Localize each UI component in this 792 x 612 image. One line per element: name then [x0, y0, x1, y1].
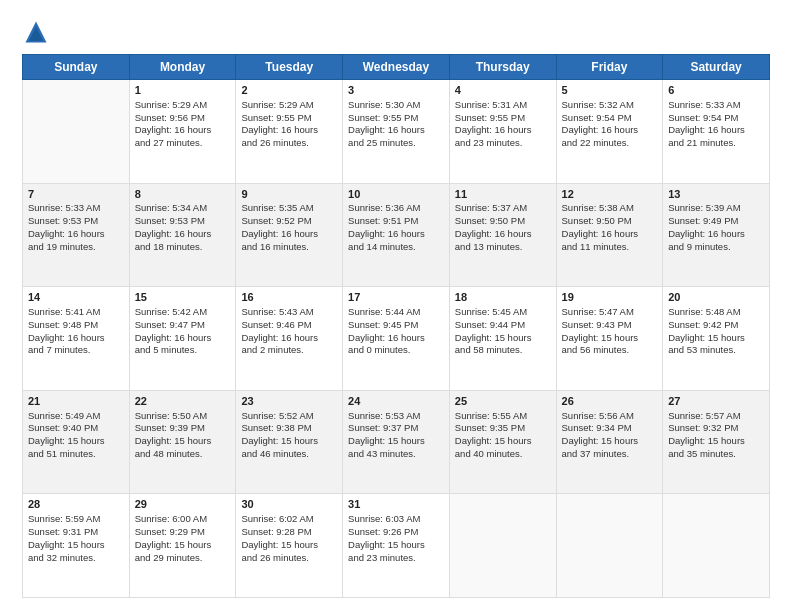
calendar-cell: 21Sunrise: 5:49 AMSunset: 9:40 PMDayligh… [23, 390, 130, 494]
day-info-line: and 37 minutes. [562, 448, 658, 461]
calendar-cell: 29Sunrise: 6:00 AMSunset: 9:29 PMDayligh… [129, 494, 236, 598]
day-info-line: and 16 minutes. [241, 241, 337, 254]
calendar-cell: 30Sunrise: 6:02 AMSunset: 9:28 PMDayligh… [236, 494, 343, 598]
day-info-line: Sunset: 9:39 PM [135, 422, 231, 435]
day-info-line: and 18 minutes. [135, 241, 231, 254]
day-info-line: Daylight: 15 hours [668, 332, 764, 345]
logo-icon [22, 18, 50, 46]
day-info-line: Sunset: 9:43 PM [562, 319, 658, 332]
day-info-line: Daylight: 16 hours [348, 124, 444, 137]
day-info-line: Sunrise: 6:00 AM [135, 513, 231, 526]
day-info-line: Daylight: 15 hours [28, 435, 124, 448]
calendar-cell: 22Sunrise: 5:50 AMSunset: 9:39 PMDayligh… [129, 390, 236, 494]
day-info-line: Sunrise: 5:44 AM [348, 306, 444, 319]
day-info-line: and 56 minutes. [562, 344, 658, 357]
day-info-line: Daylight: 15 hours [135, 435, 231, 448]
day-number: 4 [455, 83, 551, 98]
day-info-line: Sunset: 9:26 PM [348, 526, 444, 539]
day-info-line: Daylight: 16 hours [241, 124, 337, 137]
day-info-line: and 19 minutes. [28, 241, 124, 254]
day-info-line: Sunset: 9:48 PM [28, 319, 124, 332]
day-info-line: Sunrise: 5:31 AM [455, 99, 551, 112]
day-info-line: Daylight: 15 hours [28, 539, 124, 552]
day-number: 5 [562, 83, 658, 98]
day-info-line: Sunrise: 5:50 AM [135, 410, 231, 423]
day-number: 16 [241, 290, 337, 305]
calendar-cell: 23Sunrise: 5:52 AMSunset: 9:38 PMDayligh… [236, 390, 343, 494]
day-info-line: Sunset: 9:32 PM [668, 422, 764, 435]
day-info-line: Sunset: 9:50 PM [455, 215, 551, 228]
calendar-cell [556, 494, 663, 598]
calendar-cell: 10Sunrise: 5:36 AMSunset: 9:51 PMDayligh… [343, 183, 450, 287]
calendar-cell [449, 494, 556, 598]
header-row: SundayMondayTuesdayWednesdayThursdayFrid… [23, 55, 770, 80]
calendar-cell: 27Sunrise: 5:57 AMSunset: 9:32 PMDayligh… [663, 390, 770, 494]
day-info-line: and 21 minutes. [668, 137, 764, 150]
day-info-line: Sunset: 9:34 PM [562, 422, 658, 435]
day-info-line: Sunrise: 5:34 AM [135, 202, 231, 215]
day-info-line: and 53 minutes. [668, 344, 764, 357]
day-info-line: Daylight: 15 hours [668, 435, 764, 448]
day-info-line: Daylight: 15 hours [348, 435, 444, 448]
day-info-line: Sunset: 9:52 PM [241, 215, 337, 228]
day-info-line: Daylight: 15 hours [348, 539, 444, 552]
day-info-line: Sunrise: 5:35 AM [241, 202, 337, 215]
day-info-line: Daylight: 16 hours [668, 228, 764, 241]
calendar-cell: 8Sunrise: 5:34 AMSunset: 9:53 PMDaylight… [129, 183, 236, 287]
day-info-line: and 58 minutes. [455, 344, 551, 357]
calendar-row: 28Sunrise: 5:59 AMSunset: 9:31 PMDayligh… [23, 494, 770, 598]
day-info-line: and 2 minutes. [241, 344, 337, 357]
day-number: 6 [668, 83, 764, 98]
day-info-line: and 51 minutes. [28, 448, 124, 461]
calendar-cell: 11Sunrise: 5:37 AMSunset: 9:50 PMDayligh… [449, 183, 556, 287]
calendar-cell: 28Sunrise: 5:59 AMSunset: 9:31 PMDayligh… [23, 494, 130, 598]
day-info-line: and 25 minutes. [348, 137, 444, 150]
day-info-line: Sunset: 9:53 PM [135, 215, 231, 228]
day-number: 27 [668, 394, 764, 409]
calendar-cell: 7Sunrise: 5:33 AMSunset: 9:53 PMDaylight… [23, 183, 130, 287]
weekday-header: Friday [556, 55, 663, 80]
day-info-line: Sunrise: 5:29 AM [241, 99, 337, 112]
day-number: 25 [455, 394, 551, 409]
calendar-cell: 3Sunrise: 5:30 AMSunset: 9:55 PMDaylight… [343, 80, 450, 184]
calendar-cell: 9Sunrise: 5:35 AMSunset: 9:52 PMDaylight… [236, 183, 343, 287]
day-info-line: and 13 minutes. [455, 241, 551, 254]
calendar-row: 7Sunrise: 5:33 AMSunset: 9:53 PMDaylight… [23, 183, 770, 287]
day-number: 15 [135, 290, 231, 305]
day-info-line: Sunrise: 5:45 AM [455, 306, 551, 319]
day-number: 7 [28, 187, 124, 202]
day-info-line: Sunset: 9:45 PM [348, 319, 444, 332]
day-info-line: Daylight: 16 hours [348, 228, 444, 241]
day-info-line: and 5 minutes. [135, 344, 231, 357]
day-info-line: Daylight: 15 hours [562, 332, 658, 345]
calendar-cell: 6Sunrise: 5:33 AMSunset: 9:54 PMDaylight… [663, 80, 770, 184]
day-info-line: and 11 minutes. [562, 241, 658, 254]
day-info-line: Sunrise: 5:48 AM [668, 306, 764, 319]
day-info-line: Daylight: 16 hours [241, 228, 337, 241]
day-info-line: and 43 minutes. [348, 448, 444, 461]
weekday-header: Wednesday [343, 55, 450, 80]
day-number: 23 [241, 394, 337, 409]
day-info-line: Sunset: 9:55 PM [455, 112, 551, 125]
day-info-line: Sunrise: 5:30 AM [348, 99, 444, 112]
day-number: 18 [455, 290, 551, 305]
calendar-cell: 19Sunrise: 5:47 AMSunset: 9:43 PMDayligh… [556, 287, 663, 391]
weekday-header: Saturday [663, 55, 770, 80]
day-info-line: Sunrise: 6:03 AM [348, 513, 444, 526]
day-info-line: Sunrise: 5:47 AM [562, 306, 658, 319]
weekday-header: Monday [129, 55, 236, 80]
day-info-line: Daylight: 16 hours [562, 228, 658, 241]
day-info-line: Sunset: 9:44 PM [455, 319, 551, 332]
day-info-line: Daylight: 16 hours [135, 228, 231, 241]
calendar-cell [663, 494, 770, 598]
day-info-line: Sunset: 9:54 PM [668, 112, 764, 125]
day-info-line: and 9 minutes. [668, 241, 764, 254]
day-info-line: Sunset: 9:35 PM [455, 422, 551, 435]
calendar-cell: 31Sunrise: 6:03 AMSunset: 9:26 PMDayligh… [343, 494, 450, 598]
calendar-cell: 15Sunrise: 5:42 AMSunset: 9:47 PMDayligh… [129, 287, 236, 391]
day-number: 20 [668, 290, 764, 305]
day-info-line: Sunrise: 6:02 AM [241, 513, 337, 526]
day-info-line: Daylight: 15 hours [562, 435, 658, 448]
weekday-header: Sunday [23, 55, 130, 80]
day-info-line: Sunset: 9:49 PM [668, 215, 764, 228]
